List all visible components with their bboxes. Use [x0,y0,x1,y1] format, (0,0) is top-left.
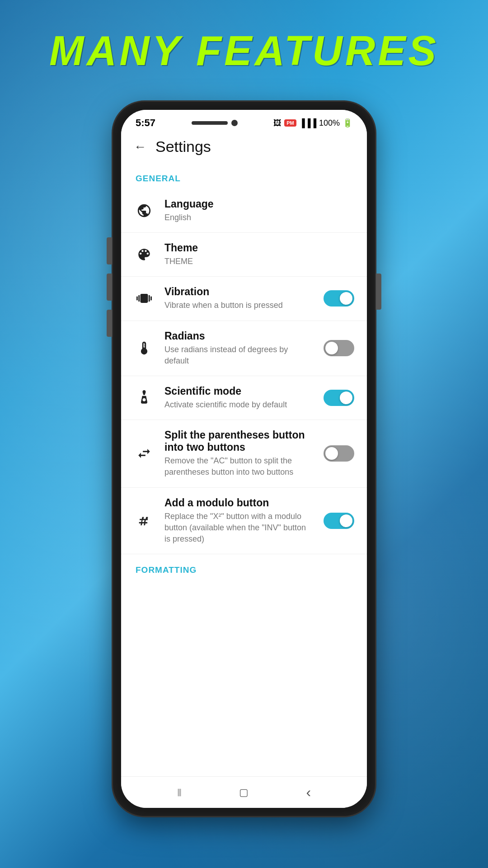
status-icons: 🖼 PM ▐▐▐ 100% 🔋 [273,118,352,128]
settings-item-language[interactable]: Language English [121,189,367,233]
status-badge: PM [284,119,296,127]
scientific-toggle[interactable] [324,390,354,406]
language-text: Language English [164,198,354,223]
settings-item-vibration[interactable]: Vibration Vibrate when a button is press… [121,277,367,321]
modulo-subtitle: Replace the "X²" button with a modulo bu… [164,511,314,545]
nav-back-button[interactable] [306,784,311,801]
palette-icon [134,244,155,265]
nav-home-button[interactable] [239,787,249,798]
nav-bar [121,776,367,808]
vibration-text: Vibration Vibrate when a button is press… [164,286,314,311]
flask-icon [134,387,155,408]
page-headline: MANY FEATURES [49,27,439,75]
theme-text: Theme THEME [164,242,354,267]
settings-item-split-parentheses[interactable]: Split the parentheses button into two bu… [121,420,367,487]
modulo-title: Add a modulo button [164,497,314,509]
toggle-knob-radians [325,342,338,354]
scientific-subtitle: Activate scientific mode by default [164,399,314,410]
status-time: 5:57 [136,117,155,129]
theme-subtitle: THEME [164,256,354,267]
thermometer-icon [134,338,155,359]
settings-item-modulo[interactable]: Add a modulo button Replace the "X²" but… [121,488,367,555]
modulo-text: Add a modulo button Replace the "X²" but… [164,497,314,545]
radians-text: Radians Use radians instead of degrees b… [164,330,314,367]
language-title: Language [164,198,354,210]
settings-item-scientific[interactable]: Scientific mode Activate scientific mode… [121,376,367,420]
battery-icon: 🔋 [343,118,352,128]
radians-subtitle: Use radians instead of degrees by defaul… [164,344,314,367]
back-button[interactable]: ← [134,140,146,154]
split-parentheses-subtitle: Remove the "AC" button to split the pare… [164,455,314,478]
notch-camera [231,120,238,126]
toggle-knob-modulo [340,514,352,527]
phone-screen: 5:57 🖼 PM ▐▐▐ 100% 🔋 ← Settings GENERAL [121,110,367,808]
gallery-icon: 🖼 [273,118,282,128]
split-parentheses-text: Split the parentheses button into two bu… [164,429,314,478]
modulo-toggle[interactable] [324,513,354,529]
phone-frame: 5:57 🖼 PM ▐▐▐ 100% 🔋 ← Settings GENERAL [113,102,375,816]
signal-icon: ▐▐▐ [299,118,316,128]
globe-icon [134,200,155,221]
vibration-toggle[interactable] [324,290,354,307]
split-parentheses-title: Split the parentheses button into two bu… [164,429,314,453]
app-title: Settings [155,138,211,156]
settings-content: GENERAL Language English [121,163,367,776]
settings-item-radians[interactable]: Radians Use radians instead of degrees b… [121,321,367,376]
settings-item-theme[interactable]: Theme THEME [121,233,367,277]
battery-text: 100% [319,118,340,128]
notch-bar [192,121,228,125]
scientific-title: Scientific mode [164,385,314,397]
radians-title: Radians [164,330,314,342]
vibration-title: Vibration [164,286,314,298]
toggle-knob-scientific [340,392,352,404]
theme-title: Theme [164,242,354,254]
vibration-icon [134,288,155,309]
section-header-general: GENERAL [121,163,367,189]
nav-recent-button[interactable] [177,786,182,799]
language-subtitle: English [164,212,354,223]
arrows-icon [134,443,155,464]
radians-toggle[interactable] [324,340,354,356]
scientific-text: Scientific mode Activate scientific mode… [164,385,314,410]
section-header-formatting: FORMATTING [121,554,367,580]
vibration-subtitle: Vibrate when a button is pressed [164,300,314,311]
split-parentheses-toggle[interactable] [324,445,354,462]
hash-icon [134,510,155,531]
app-bar: ← Settings [121,132,367,163]
toggle-knob-vibration [340,292,352,305]
status-notch [192,120,238,126]
status-bar: 5:57 🖼 PM ▐▐▐ 100% 🔋 [121,110,367,132]
toggle-knob-split [325,447,338,460]
